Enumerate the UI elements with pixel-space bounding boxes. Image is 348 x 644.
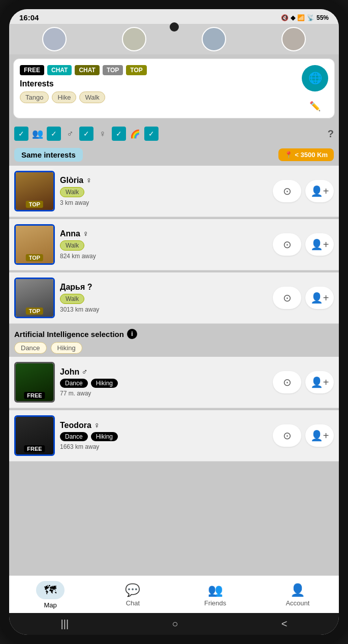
john-actions: ⊙ 👤+ bbox=[273, 371, 334, 393]
teodora-name: Teodora ♀ bbox=[60, 421, 268, 430]
teodora-distance: 1663 km away bbox=[60, 443, 268, 450]
john-info: John ♂ Dance Hiking 77 m. away bbox=[60, 367, 268, 397]
filter-check-3[interactable]: ✓ bbox=[79, 127, 93, 141]
teodora-info: Teodora ♀ Dance Hiking 1663 km away bbox=[60, 421, 268, 450]
badge-chat-1: CHAT bbox=[47, 65, 72, 75]
john-badge: FREE bbox=[24, 392, 45, 399]
anna-add-btn[interactable]: 👤+ bbox=[305, 233, 334, 256]
filter-question[interactable]: ? bbox=[328, 128, 334, 140]
john-tag-dance: Dance bbox=[60, 379, 88, 388]
badge-free: FREE bbox=[20, 65, 44, 75]
profile-globe-icon[interactable]: 🌐 bbox=[302, 65, 328, 91]
anna-badge: TOP bbox=[26, 254, 43, 261]
nav-friends-label: Friends bbox=[204, 599, 226, 607]
darya-view-btn[interactable]: ⊙ bbox=[273, 287, 301, 309]
status-bar: 16:04 🔇 ◆ 📶 📡 55% bbox=[9, 9, 339, 24]
gloria-distance: 3 km away bbox=[60, 199, 268, 206]
filter-male-icon[interactable]: ♂ bbox=[63, 127, 77, 141]
john-name: John ♂ bbox=[60, 367, 268, 377]
avatar-gloria[interactable]: TOP bbox=[14, 171, 55, 211]
anna-info: Anna ♀ Walk 824 km away bbox=[60, 229, 268, 260]
darya-badge: TOP bbox=[26, 308, 43, 315]
status-icons: 🔇 ◆ 📶 📡 55% bbox=[281, 14, 329, 21]
gloria-view-btn[interactable]: ⊙ bbox=[273, 180, 301, 202]
back-btn[interactable]: < bbox=[281, 618, 288, 630]
location-pin-icon: 📍 bbox=[284, 151, 293, 159]
battery-label: 55% bbox=[317, 14, 329, 21]
same-interests-header: Same interests 📍 < 3500 Km bbox=[9, 145, 339, 165]
filter-check-4[interactable]: ✓ bbox=[112, 127, 126, 141]
badge-top-2: TOP bbox=[126, 65, 146, 75]
avatar-darya[interactable]: TOP bbox=[14, 278, 55, 318]
ai-title-text: Artificial Intelligence selection bbox=[14, 330, 124, 339]
darya-actions: ⊙ 👤+ bbox=[273, 287, 334, 309]
edit-interests-icon[interactable]: ✏️ bbox=[309, 101, 321, 112]
map-icon: 🗺 bbox=[44, 583, 56, 597]
avatar-teodora[interactable]: FREE bbox=[14, 415, 55, 456]
teodora-add-btn[interactable]: 👤+ bbox=[305, 424, 334, 447]
nav-chat[interactable]: 💬 Chat bbox=[112, 583, 153, 607]
gloria-info: Glòria ♀ Walk 3 km away bbox=[60, 176, 268, 206]
profile-card: FREE CHAT CHAT TOP TOP Interests Tango H… bbox=[13, 58, 335, 118]
profile-right: 🌐 ✏️ bbox=[302, 65, 328, 112]
nav-account-label: Account bbox=[286, 599, 309, 607]
distance-badge[interactable]: 📍 < 3500 Km bbox=[278, 148, 334, 161]
anna-tag: Walk bbox=[60, 240, 84, 251]
ai-tags: Dance Hiking bbox=[14, 342, 334, 354]
system-nav: ||| ○ < bbox=[9, 613, 339, 635]
filter-check-1[interactable]: ✓ bbox=[14, 127, 28, 141]
account-icon: 👤 bbox=[290, 583, 305, 597]
interest-tags: Tango Hike Walk bbox=[20, 91, 147, 103]
gloria-add-btn[interactable]: 👤+ bbox=[305, 180, 334, 202]
badge-row: FREE CHAT CHAT TOP TOP bbox=[20, 65, 147, 75]
darya-distance: 3013 km away bbox=[60, 306, 268, 313]
gloria-badge: TOP bbox=[26, 201, 43, 208]
nav-avatar-4[interactable] bbox=[281, 27, 306, 51]
filter-check-2[interactable]: ✓ bbox=[47, 127, 61, 141]
tag-tango[interactable]: Tango bbox=[20, 91, 49, 103]
ai-title: Artificial Intelligence selection i bbox=[14, 329, 334, 339]
anna-view-btn[interactable]: ⊙ bbox=[273, 233, 301, 256]
filter-rainbow-icon[interactable]: 🌈 bbox=[128, 127, 142, 141]
darya-add-btn[interactable]: 👤+ bbox=[305, 287, 334, 309]
filter-check-5[interactable]: ✓ bbox=[144, 127, 159, 141]
interests-title: Interests bbox=[20, 79, 147, 88]
nav-avatar-3[interactable] bbox=[202, 27, 226, 51]
nav-map[interactable]: 🗺 Map bbox=[30, 581, 71, 609]
friends-icon: 👥 bbox=[208, 583, 223, 597]
ai-info-icon[interactable]: i bbox=[127, 329, 137, 339]
teodora-actions: ⊙ 👤+ bbox=[273, 424, 334, 447]
darya-tag: Walk bbox=[60, 294, 84, 304]
john-add-btn[interactable]: 👤+ bbox=[305, 371, 334, 393]
recent-apps-btn[interactable]: ||| bbox=[61, 618, 69, 630]
teodora-view-btn[interactable]: ⊙ bbox=[273, 424, 301, 447]
darya-info: Дарья ? Walk 3013 km away bbox=[60, 283, 268, 313]
nav-friends[interactable]: 👥 Friends bbox=[195, 583, 236, 607]
nav-avatar-1[interactable] bbox=[42, 27, 67, 51]
profile-left: FREE CHAT CHAT TOP TOP Interests Tango H… bbox=[20, 65, 147, 103]
teodora-tags: Dance Hiking bbox=[60, 432, 268, 441]
avatar-john[interactable]: FREE bbox=[14, 362, 55, 403]
nav-map-icon-bg: 🗺 bbox=[36, 581, 65, 599]
badge-top-1: TOP bbox=[103, 65, 123, 75]
john-distance: 77 m. away bbox=[60, 390, 268, 397]
bottom-nav: 🗺 Map 💬 Chat 👥 Friends 👤 Account bbox=[9, 575, 339, 613]
filter-female-icon[interactable]: ♀ bbox=[96, 127, 110, 141]
mute-icon: 🔇 bbox=[281, 14, 289, 21]
nav-avatar-2[interactable] bbox=[122, 27, 146, 51]
user-card-teodora: FREE Teodora ♀ Dance Hiking 1663 km away… bbox=[9, 410, 339, 462]
ai-section: Artificial Intelligence selection i Danc… bbox=[9, 325, 339, 356]
teodora-tag-dance: Dance bbox=[60, 432, 88, 441]
nav-account[interactable]: 👤 Account bbox=[277, 583, 318, 607]
john-view-btn[interactable]: ⊙ bbox=[273, 371, 301, 393]
filter-people-icon[interactable]: 👥 bbox=[30, 127, 45, 141]
anna-actions: ⊙ 👤+ bbox=[273, 233, 334, 256]
same-interests-title: Same interests bbox=[14, 148, 83, 162]
gloria-tag: Walk bbox=[60, 187, 84, 197]
home-btn[interactable]: ○ bbox=[172, 618, 178, 630]
main-content: FREE CHAT CHAT TOP TOP Interests Tango H… bbox=[9, 54, 339, 575]
teodora-badge: FREE bbox=[24, 445, 45, 452]
avatar-anna[interactable]: TOP bbox=[14, 224, 55, 265]
tag-hike[interactable]: Hike bbox=[52, 91, 76, 103]
tag-walk[interactable]: Walk bbox=[79, 91, 105, 103]
